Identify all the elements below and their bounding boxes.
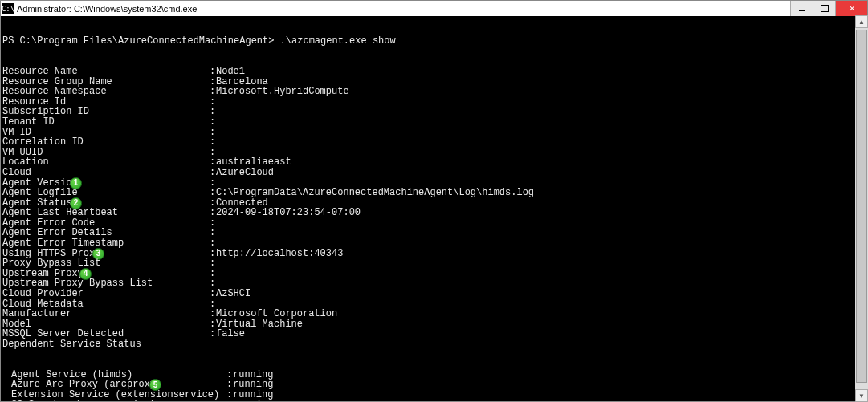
scroll-down-button[interactable]: ▼ [855, 389, 868, 402]
output-row: Model:Virtual Machine [2, 319, 866, 330]
window-title: Administrator: C:\Windows\system32\cmd.e… [17, 4, 197, 14]
output-row: Cloud Metadata: [2, 299, 866, 310]
property-value: http://localhost:40343 [216, 249, 343, 259]
property-label: Agent Last Heartbeat [2, 208, 118, 218]
property-value: C:\ProgramData\AzureConnectedMachineAgen… [216, 188, 534, 198]
separator: : [210, 329, 215, 339]
output-row: Agent Error Code: [2, 218, 866, 229]
output-row: Cloud Provider:AzSHCI [2, 289, 866, 299]
separator: : [210, 168, 215, 178]
property-value: running [233, 390, 273, 400]
separator: : [210, 137, 215, 148]
output-row: Extension Service (extensionservice):run… [2, 390, 866, 400]
minimize-button[interactable] [790, 1, 813, 16]
close-button[interactable] [835, 1, 867, 16]
output-row: VM UUID: [2, 148, 866, 158]
property-label: Dependent Service Status [2, 339, 141, 350]
property-value: AzSHCI [216, 289, 251, 299]
separator: : [210, 238, 215, 249]
output-row: VM ID: [2, 128, 866, 138]
window-controls [790, 1, 867, 16]
output-row: Agent Logfile:C:\ProgramData\AzureConnec… [2, 188, 866, 198]
separator: : [210, 208, 215, 218]
property-label: Cloud [2, 168, 31, 178]
terminal-output[interactable]: PS C:\Program Files\AzureConnectedMachin… [1, 16, 867, 401]
output-row: Resource Id: [2, 97, 866, 108]
property-label: Manufacturer [2, 309, 71, 319]
property-label: GC Service (gcarcservice) [2, 400, 156, 401]
separator: : [210, 117, 215, 128]
property-label: Tenant ID [2, 117, 55, 128]
property-value: running [233, 400, 273, 401]
output-row: Location:australiaeast [2, 157, 866, 168]
cmd-window: C:\ Administrator: C:\Windows\system32\c… [0, 0, 868, 402]
output-row: Using HTTPS Proxy:http://localhost:40343… [2, 249, 866, 259]
cmd-icon: C:\ [2, 3, 14, 14]
property-label: Cloud Provider [2, 289, 84, 299]
property-value: false [216, 329, 245, 339]
property-value: Microsoft.HybridCompute [216, 87, 349, 97]
maximize-button[interactable] [813, 1, 835, 16]
property-value: Node1 [216, 67, 245, 77]
property-label: Proxy Bypass List [2, 258, 100, 269]
property-value: Microsoft Corporation [216, 309, 337, 319]
output-row: Resource Namespace:Microsoft.HybridCompu… [2, 87, 866, 97]
property-label: Agent Logfile [2, 188, 78, 198]
property-value: 2024-09-18T07:23:54-07:00 [216, 208, 361, 218]
output-row: Cloud:AzureCloud [2, 168, 866, 178]
output-row: Agent Error Details: [2, 228, 866, 238]
titlebar[interactable]: C:\ Administrator: C:\Windows\system32\c… [1, 1, 867, 16]
prompt-line: PS C:\Program Files\AzureConnectedMachin… [2, 36, 866, 47]
output-row: Upstream Proxy Bypass List: [2, 278, 866, 289]
separator: : [210, 188, 215, 198]
property-label: Correlation ID [2, 137, 84, 148]
separator: : [210, 87, 215, 97]
property-label: Agent Error Timestamp [2, 238, 124, 249]
output-row: Subscription ID: [2, 107, 866, 117]
output-row: Manufacturer:Microsoft Corporation [2, 309, 866, 319]
output-row: Agent Status:Connected2 [2, 198, 866, 209]
output-row: Tenant ID: [2, 117, 866, 128]
property-value: AzureCloud [216, 168, 274, 178]
output-row: Dependent Service Status [2, 339, 866, 350]
property-label: Resource Name [2, 67, 78, 77]
separator: : [210, 67, 215, 77]
output-row: Agent Last Heartbeat:2024-09-18T07:23:54… [2, 208, 866, 218]
output-row: Proxy Bypass List: [2, 258, 866, 269]
output-row: Agent Error Timestamp: [2, 238, 866, 249]
output-row: Correlation ID: [2, 137, 866, 148]
output-row: Resource Group Name:Barcelona [2, 77, 866, 87]
property-label: Resource Namespace [2, 87, 107, 97]
scrollbar[interactable]: ▲ ▼ [855, 15, 868, 402]
separator: : [226, 400, 232, 401]
property-label: Extension Service (extensionservice) [2, 390, 219, 400]
separator: : [210, 309, 215, 319]
separator: : [226, 390, 232, 400]
output-row: GC Service (gcarcservice):running [2, 400, 866, 401]
output-row: Resource Name:Node1 [2, 67, 866, 77]
scroll-up-button[interactable]: ▲ [855, 15, 868, 28]
separator: : [210, 258, 215, 269]
separator: : [210, 289, 215, 299]
scroll-thumb[interactable] [856, 30, 867, 383]
